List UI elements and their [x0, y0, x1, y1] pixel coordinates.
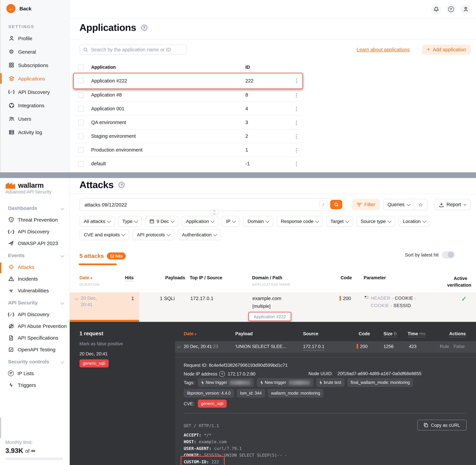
mark-false-positive-link[interactable]: Mark as false positive	[79, 341, 123, 346]
table-row[interactable]: Production environment 1 ⋮	[74, 143, 302, 157]
sidebar-item-activity-log[interactable]: Activity log	[0, 125, 70, 139]
row-checkbox[interactable]	[78, 147, 84, 153]
nav-section-events[interactable]: Events	[0, 249, 70, 261]
nav-item-incidents[interactable]: Incidents	[0, 273, 70, 285]
row-menu-button[interactable]: ⋮	[294, 134, 299, 139]
row-menu-button[interactable]: ⋮	[294, 78, 299, 83]
request-source-ip[interactable]: 172.17.0.1	[303, 344, 325, 350]
filter-chip-response-code[interactable]: Response code	[276, 216, 323, 227]
tag-new-trigger-1[interactable]: ϟNew trigger	[198, 378, 254, 387]
row-checkbox[interactable]	[78, 133, 84, 139]
row-menu-button[interactable]: ⋮	[294, 120, 299, 125]
report-button[interactable]: Report	[434, 199, 470, 210]
nav-item-triggers[interactable]: ϟ Triggers	[0, 379, 70, 391]
row-menu-button[interactable]: ⋮	[294, 161, 299, 166]
filter-chip-all-attacks[interactable]: All attacks	[79, 216, 115, 227]
row-checkbox[interactable]	[78, 161, 84, 167]
sidebar-scrollbar[interactable]	[0, 417, 1, 438]
filter-chip-ip[interactable]: IP	[222, 216, 240, 227]
question-icon[interactable]: ?	[219, 371, 225, 377]
title-help-icon[interactable]: ?	[140, 24, 148, 32]
queries-button[interactable]: Queries	[383, 199, 414, 210]
sidebar-item-api-discovery[interactable]: {✓} API Discovery	[0, 85, 70, 99]
attack-application-name[interactable]: Application #222	[254, 314, 286, 319]
row-checkbox[interactable]	[78, 92, 84, 98]
nav-section-security-controls[interactable]: Security controls	[0, 356, 70, 368]
filter-chip-location[interactable]: Location	[398, 216, 430, 227]
nav-item-openapi-testing[interactable]: OpenAPI Testing	[0, 344, 70, 355]
row-menu-button[interactable]: ⋮	[294, 92, 299, 97]
false-action-button[interactable]: False	[454, 344, 465, 349]
nav-section-api-security[interactable]: API Security	[0, 297, 70, 308]
wallarm-logo[interactable]: wallarm	[5, 181, 43, 190]
sidebar-item-subscriptions[interactable]: Subscriptions	[0, 58, 70, 72]
tag-brute-test[interactable]: ϟbrute test	[316, 378, 345, 387]
filter-chip-type[interactable]: Type	[118, 216, 142, 227]
attack-source-ip[interactable]: 172.17.0.1	[190, 296, 213, 301]
row-menu-button[interactable]: ⋮	[294, 147, 299, 152]
row-checkbox[interactable]	[78, 78, 84, 84]
filter-chip-source-type[interactable]: Source type	[356, 216, 395, 227]
filter-chip-api-protocols[interactable]: API protocols	[133, 229, 174, 240]
learn-about-applications-link[interactable]: Learn about applications	[357, 47, 410, 52]
filter-chip-cve[interactable]: CVE and exploits	[79, 229, 129, 240]
column-date[interactable]: Date ▾	[79, 275, 92, 280]
detail-column-date[interactable]: Date ▾	[184, 331, 196, 336]
title-help-icon[interactable]: ?	[118, 181, 126, 189]
table-row[interactable]: Staging environment 2 ⋮	[74, 129, 302, 143]
filter-chip-application[interactable]: Application	[182, 216, 218, 227]
filter-chip-target[interactable]: Target	[326, 216, 353, 227]
filter-chip-authentication[interactable]: Authentication	[178, 229, 221, 240]
copy-as-curl-button[interactable]: Copy as cURL	[417, 420, 467, 431]
tag-libproton-version[interactable]: libproton_version: 4.4.0	[184, 389, 234, 398]
table-row[interactable]: default -1 ⋮	[74, 157, 302, 170]
filter-chip-domain[interactable]: Domain	[243, 216, 273, 227]
row-menu-button[interactable]: ⋮	[294, 106, 299, 111]
nav-item-ip-lists[interactable]: IP IP Lists	[0, 368, 70, 379]
help-button[interactable]: ?	[446, 4, 456, 14]
table-row[interactable]: Application #8 8 ⋮	[74, 88, 302, 102]
select-all-checkbox[interactable]	[78, 64, 84, 70]
nav-item-threat-prevention[interactable]: Threat Prevention	[0, 214, 70, 226]
nav-item-vulnerabilities[interactable]: ☣ Vulnerabilities	[0, 285, 70, 296]
attacks-count-tab[interactable]: 5 attacks 12 hits	[79, 253, 126, 260]
table-row[interactable]: Application #222 222 ⋮	[74, 74, 302, 88]
search-resize-handle[interactable]	[210, 209, 219, 215]
filter-button[interactable]: Filter	[352, 199, 380, 210]
tag-lom-id[interactable]: lom_id: 344	[237, 389, 265, 398]
nav-item-api-discovery-2[interactable]: {✓} API Discovery	[0, 308, 70, 320]
detail-column-actions[interactable]: Actions	[449, 331, 466, 337]
column-hits[interactable]: Hits	[125, 275, 134, 281]
cve-badge[interactable]: generic_sqli	[198, 400, 227, 408]
tag-final-wallarm-mode[interactable]: final_wallarm_mode: monitoring	[347, 378, 413, 387]
tag-wallarm-mode[interactable]: wallarm_mode: monitoring	[268, 389, 323, 398]
attack-domain[interactable]: example.com	[253, 296, 281, 301]
nav-item-api-discovery[interactable]: {✓} API Discovery	[0, 226, 70, 237]
row-checkbox[interactable]	[78, 119, 84, 125]
table-row[interactable]: QA environment 3 ⋮	[74, 116, 302, 129]
row-checkbox[interactable]	[78, 106, 84, 111]
back-button[interactable]: ← Back	[6, 4, 32, 13]
nav-section-dashboards[interactable]: Dashboards	[0, 202, 70, 214]
filter-chip-date[interactable]: 9 Dec	[145, 216, 178, 227]
nav-item-api-abuse-prevention[interactable]: API Abuse Prevention	[0, 320, 70, 332]
favorite-star-button[interactable]: ☆	[414, 199, 427, 210]
nav-item-api-specifications[interactable]: API Specifications	[0, 332, 70, 344]
account-button[interactable]	[461, 4, 471, 14]
sidebar-item-profile[interactable]: Profile	[0, 32, 70, 45]
nav-item-attacks[interactable]: Attacks	[0, 261, 70, 273]
detail-column-time[interactable]: Time ms	[408, 331, 425, 337]
sort-toggle[interactable]	[442, 251, 455, 258]
sidebar-item-general[interactable]: ⚙ General	[0, 45, 70, 58]
detail-column-size[interactable]: Size B	[383, 331, 397, 337]
add-application-button[interactable]: + Add application	[422, 45, 471, 55]
attack-row[interactable]: 20 Dec, 20:41 1 1 SQLi 172.17.0.1 exampl…	[70, 292, 476, 322]
notifications-button[interactable]	[431, 4, 441, 14]
table-row[interactable]: Application 001 4 ⋮	[74, 102, 302, 116]
rule-action-button[interactable]: Rule	[440, 344, 449, 349]
sidebar-item-integrations[interactable]: Integrations	[0, 99, 70, 112]
search-submit-button[interactable]	[330, 200, 342, 209]
nav-item-owasp-api-2023[interactable]: OWASP API 2023	[0, 237, 70, 249]
sidebar-item-users[interactable]: Users	[0, 112, 70, 125]
application-search-input[interactable]: Search by the application name or ID	[79, 45, 187, 55]
